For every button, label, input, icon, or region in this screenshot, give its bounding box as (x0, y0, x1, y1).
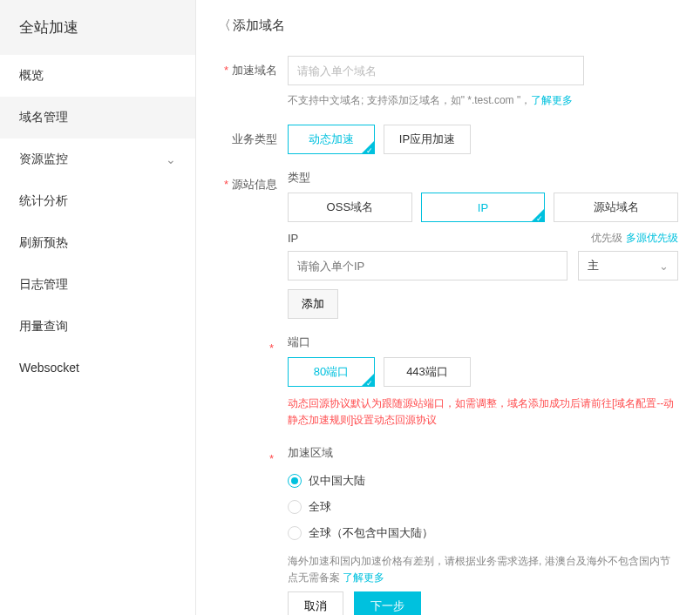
main-content: 〈 添加域名 加速域名 不支持中文域名; 支持添加泛域名，如" *.test.c… (196, 0, 700, 615)
port-label: 端口 (288, 335, 678, 350)
origin-type-ip[interactable]: IP (421, 193, 546, 222)
chevron-down-icon: ⌄ (166, 152, 176, 166)
sidebar-item-refresh[interactable]: 刷新预热 (0, 222, 195, 264)
region-learn-more-link[interactable]: 了解更多 (343, 571, 384, 584)
port-label-marker (218, 335, 288, 355)
sidebar-item-domain[interactable]: 域名管理 (0, 97, 195, 139)
sidebar-item-overview[interactable]: 概览 (0, 55, 195, 97)
radio-icon (288, 526, 302, 540)
back-icon[interactable]: 〈 (218, 17, 231, 34)
sidebar: 全站加速 概览 域名管理 资源监控⌄ 统计分析 刷新预热 日志管理 用量查询 W… (0, 0, 196, 615)
origin-type-oss[interactable]: OSS域名 (288, 193, 412, 222)
cancel-button[interactable]: 取消 (288, 591, 343, 615)
region-label-marker (218, 445, 288, 465)
origin-ip-label: IP (288, 232, 298, 245)
sidebar-item-websocket[interactable]: Websocket (0, 348, 195, 388)
port-warning: 动态回源协议默认为跟随源站端口，如需调整，域名添加成功后请前往[域名配置--动静… (288, 395, 678, 429)
priority-label: 优先级 (591, 232, 622, 244)
sidebar-title: 全站加速 (0, 0, 195, 55)
domain-learn-more-link[interactable]: 了解更多 (531, 94, 573, 106)
region-global[interactable]: 全球 (288, 494, 678, 520)
port-80[interactable]: 80端口 (288, 357, 375, 387)
origin-priority-select[interactable]: 主 ⌄ (578, 251, 678, 280)
biztype-label: 业务类型 (218, 125, 288, 147)
region-global-exchina[interactable]: 全球（不包含中国大陆） (288, 520, 678, 546)
priority-link[interactable]: 多源优先级 (626, 232, 678, 244)
region-hint: 海外加速和国内加速价格有差别，请根据业务需求选择, 港澳台及海外不包含国内节点无… (288, 553, 678, 586)
region-label: 加速区域 (288, 445, 678, 461)
add-origin-button[interactable]: 添加 (288, 289, 338, 319)
sidebar-item-logs[interactable]: 日志管理 (0, 264, 195, 306)
radio-icon (288, 500, 302, 514)
radio-icon (288, 474, 302, 488)
domain-input[interactable] (288, 56, 584, 85)
port-443[interactable]: 443端口 (384, 357, 471, 387)
domain-hint: 不支持中文域名; 支持添加泛域名，如" *.test.com "，了解更多 (288, 92, 678, 109)
sidebar-item-stats[interactable]: 统计分析 (0, 180, 195, 222)
biztype-dynamic[interactable]: 动态加速 (288, 125, 375, 154)
page-title: 〈 添加域名 (218, 17, 678, 34)
origin-label: 源站信息 (218, 170, 288, 193)
next-button[interactable]: 下一步 (354, 591, 421, 615)
biztype-ipapp[interactable]: IP应用加速 (384, 125, 471, 154)
domain-label: 加速域名 (218, 56, 288, 78)
origin-type-domain[interactable]: 源站域名 (554, 193, 678, 222)
origin-type-label: 类型 (288, 170, 678, 186)
sidebar-item-usage[interactable]: 用量查询 (0, 306, 195, 348)
region-china[interactable]: 仅中国大陆 (288, 468, 678, 494)
origin-ip-input[interactable] (288, 251, 567, 280)
sidebar-item-resource[interactable]: 资源监控⌄ (0, 139, 195, 180)
chevron-down-icon: ⌄ (659, 260, 669, 273)
